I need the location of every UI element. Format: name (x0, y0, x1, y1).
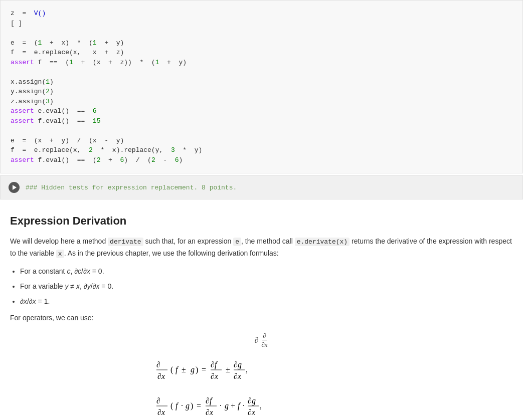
svg-text:∂f: ∂f (211, 360, 218, 369)
svg-text:,: , (260, 401, 262, 410)
svg-text:(: ( (170, 365, 173, 374)
formula-svg-2: ∂ ∂x ( f · g ) = ∂f ∂x · g + f · ∂g ∂x , (156, 391, 367, 420)
svg-text:∂: ∂ (156, 360, 160, 369)
svg-text:g: g (186, 401, 190, 410)
svg-text:∂: ∂ (156, 396, 160, 405)
svg-text:∂x: ∂x (157, 408, 165, 416)
hidden-tests-block: ### Hidden tests for expression replacem… (0, 175, 523, 199)
svg-text:∂x: ∂x (211, 372, 218, 380)
svg-text:∂x: ∂x (234, 372, 241, 380)
content-section: Expression Derivation We will develop he… (0, 199, 523, 420)
operators-label: For operators, we can use: (10, 314, 513, 322)
svg-text:∂g: ∂g (248, 396, 256, 405)
svg-text:=: = (202, 365, 206, 374)
formula-svg-1: ∂ ∂x ( f ± g ) = ∂f ∂x ± ∂g ∂x , (156, 355, 367, 385)
run-button[interactable] (9, 182, 20, 193)
svg-text:=: = (197, 401, 201, 410)
svg-text:g: g (225, 401, 229, 410)
description-paragraph: We will develop here a method derivate s… (10, 236, 513, 260)
derivate-keyword: derivate (108, 238, 143, 246)
svg-text:,: , (246, 365, 248, 374)
svg-text:f: f (176, 401, 179, 410)
section-title: Expression Derivation (10, 215, 513, 228)
svg-text:∂g: ∂g (234, 360, 242, 369)
svg-text:∂x: ∂x (157, 372, 165, 380)
svg-text:∂x: ∂x (248, 408, 255, 416)
svg-text:g: g (191, 365, 195, 374)
svg-text:±: ± (226, 365, 230, 374)
formula-item-2: For a variable y ≠ x, ∂y/∂x = 0. (20, 281, 513, 293)
svg-text:f: f (176, 365, 179, 374)
formula-line-1: ∂ ∂ ∂x (254, 332, 268, 349)
formula-item-1: For a constant c, ∂c/∂x = 0. (20, 266, 513, 278)
svg-text:(: ( (170, 401, 173, 410)
svg-text:·: · (243, 401, 245, 410)
x-code: x (56, 250, 64, 258)
formula-item-3: ∂x/∂x = 1. (20, 296, 513, 308)
svg-text:±: ± (182, 365, 186, 374)
code-line: z = V() [ ] e = (1 + x) * (1 + y) f = e.… (11, 10, 202, 164)
code-block: z = V() [ ] e = (1 + x) * (1 + y) f = e.… (0, 0, 523, 173)
formula-container: ∂ ∂ ∂x ∂ ∂x ( f ± g ) = ∂f ∂x (10, 332, 513, 420)
svg-text:+: + (231, 401, 235, 410)
svg-text:): ) (196, 365, 198, 374)
derivate-call-code: e.derivate(x) (295, 238, 350, 246)
e-code: e (233, 238, 241, 246)
svg-text:): ) (191, 401, 193, 410)
frac-1: ∂ ∂x (260, 332, 268, 349)
svg-text:·: · (181, 401, 183, 410)
formula-list: For a constant c, ∂c/∂x = 0. For a varia… (20, 266, 513, 307)
svg-text:∂f: ∂f (206, 396, 213, 405)
svg-text:∂x: ∂x (206, 408, 213, 416)
svg-text:f: f (238, 401, 241, 410)
svg-text:·: · (220, 401, 222, 410)
code-container: z = V() [ ] e = (1 + x) * (1 + y) f = e.… (0, 0, 523, 173)
hidden-tests-text: ### Hidden tests for expression replacem… (26, 184, 237, 191)
